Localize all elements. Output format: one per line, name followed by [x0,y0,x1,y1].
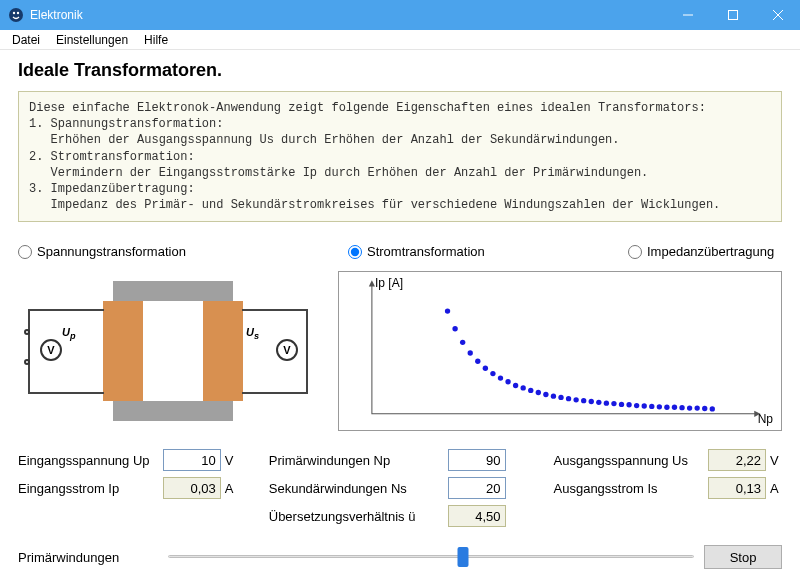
field-c3-unit-1: A [770,481,782,496]
svg-point-39 [687,406,692,411]
field-c2-input-1[interactable] [448,477,506,499]
svg-point-14 [498,376,503,381]
svg-point-38 [679,405,684,410]
svg-point-21 [551,394,556,399]
svg-point-17 [521,386,526,391]
svg-point-10 [468,351,473,356]
field-c2-label-2: Übersetzungsverhältnis ü [269,509,444,524]
field-c3-row-1: Ausgangsstrom IsA [554,477,782,499]
svg-point-20 [543,392,548,397]
field-c2-label-1: Sekundärwindungen Ns [269,481,444,496]
menubar: Datei Einstellungen Hilfe [0,30,800,50]
svg-point-22 [558,395,563,400]
svg-point-12 [483,366,488,371]
info-box: Diese einfache Elektronok-Anwendung zeig… [18,91,782,222]
field-c3-label-1: Ausgangsstrom Is [554,481,704,496]
svg-point-13 [490,371,495,376]
minimize-button[interactable] [665,0,710,30]
svg-point-28 [604,401,609,406]
radio-spannung-label: Spannungstransformation [37,244,186,259]
radio-impedanz[interactable]: Impedanzübertragung [628,244,774,259]
chart-ip-vs-np: Ip [A] Np [338,271,782,431]
svg-point-24 [573,398,578,403]
radio-strom-input[interactable] [348,245,362,259]
field-c3-unit-0: V [770,453,782,468]
svg-point-25 [581,398,586,403]
svg-point-29 [611,401,616,406]
field-c3-row-0: Ausgangsspannung UsV [554,449,782,471]
field-c1-unit-0: V [225,453,237,468]
svg-point-8 [452,326,457,331]
svg-point-11 [475,359,480,364]
slider-track [168,555,694,558]
page-title: Ideale Transformatoren. [18,60,782,81]
field-c2-input-2 [448,505,506,527]
menu-datei[interactable]: Datei [4,31,48,49]
svg-point-37 [672,405,677,410]
svg-point-35 [657,404,662,409]
radio-strom[interactable]: Stromtransformation [348,244,628,259]
radio-impedanz-label: Impedanzübertragung [647,244,774,259]
svg-point-0 [9,8,23,22]
svg-point-15 [505,379,510,384]
field-c1-label-0: Eingangsspannung Up [18,453,159,468]
svg-point-36 [664,405,669,410]
maximize-button[interactable] [710,0,755,30]
close-button[interactable] [755,0,800,30]
svg-point-1 [13,12,15,14]
mode-radio-group: Spannungstransformation Stromtransformat… [18,244,782,259]
radio-strom-label: Stromtransformation [367,244,485,259]
svg-point-7 [445,309,450,314]
voltmeter-primary-icon: V [40,339,62,361]
svg-point-31 [626,402,631,407]
app-icon [8,7,24,23]
field-c2-row-0: Primärwindungen Np [269,449,522,471]
svg-point-30 [619,402,624,407]
field-c1-unit-1: A [225,481,237,496]
field-c2-input-0[interactable] [448,449,506,471]
svg-rect-4 [728,11,737,20]
field-c1-label-1: Eingangsstrom Ip [18,481,159,496]
field-c3-input-0 [708,449,766,471]
field-c3-input-1 [708,477,766,499]
label-up: Up [62,326,76,341]
radio-spannung[interactable]: Spannungstransformation [18,244,348,259]
svg-point-19 [536,390,541,395]
field-c2-label-0: Primärwindungen Np [269,453,444,468]
svg-point-34 [649,404,654,409]
svg-point-26 [589,399,594,404]
stop-button[interactable]: Stop [704,545,782,569]
menu-einstellungen[interactable]: Einstellungen [48,31,136,49]
svg-point-27 [596,400,601,405]
field-c3-label-0: Ausgangsspannung Us [554,453,704,468]
svg-point-41 [702,406,707,411]
field-c1-input-0[interactable] [163,449,221,471]
window-title: Elektronik [30,8,665,22]
svg-point-32 [634,403,639,408]
voltmeter-secondary-icon: V [276,339,298,361]
svg-point-18 [528,388,533,393]
svg-point-42 [710,407,715,412]
fields-area: Eingangsspannung UpVEingangsstrom IpA Pr… [18,449,782,527]
menu-hilfe[interactable]: Hilfe [136,31,176,49]
field-c1-row-0: Eingangsspannung UpV [18,449,237,471]
field-c1-row-1: Eingangsstrom IpA [18,477,237,499]
field-c2-row-1: Sekundärwindungen Ns [269,477,522,499]
svg-point-16 [513,383,518,388]
radio-spannung-input[interactable] [18,245,32,259]
slider-primaerwindungen[interactable] [168,546,694,568]
svg-point-40 [694,406,699,411]
radio-impedanz-input[interactable] [628,245,642,259]
svg-point-33 [642,404,647,409]
svg-point-2 [17,12,19,14]
label-us: Us [246,326,259,341]
titlebar: Elektronik [0,0,800,30]
slider-thumb[interactable] [457,547,468,567]
field-c1-input-1 [163,477,221,499]
field-c2-row-2: Übersetzungsverhältnis ü [269,505,522,527]
svg-point-9 [460,340,465,345]
transformer-diagram: V Up V Us [18,271,318,431]
slider-label: Primärwindungen [18,550,158,565]
chart-canvas [339,272,781,436]
svg-point-23 [566,396,571,401]
